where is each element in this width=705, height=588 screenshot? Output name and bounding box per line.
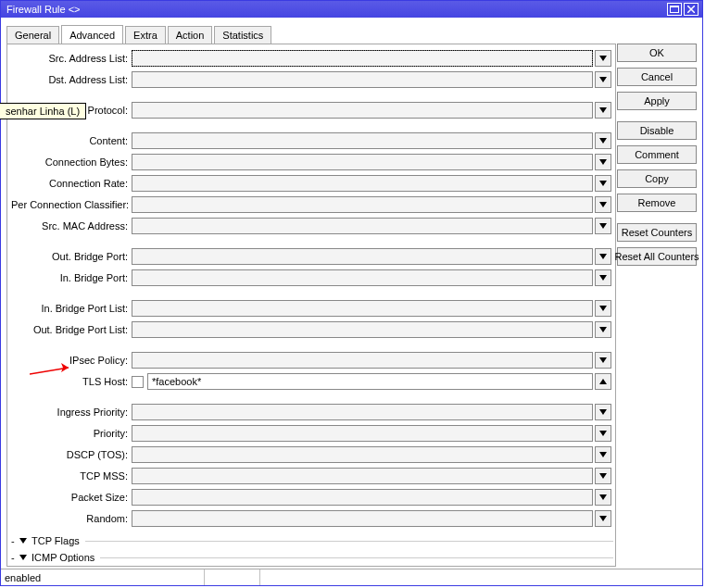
status-enabled: enabled [1,569,205,585]
input-out-bridge-port[interactable] [132,248,593,265]
tab-action[interactable]: Action [168,26,213,44]
disable-button[interactable]: Disable [617,121,697,140]
collapse-tls-host[interactable] [595,373,611,390]
label-in-bridge-port: In. Bridge Port: [11,272,132,283]
label-conn-bytes: Connection Bytes: [11,156,132,168]
label-content: Content: [11,135,132,146]
expand-in-bridge-port[interactable] [595,269,611,286]
svg-marker-12 [599,254,607,259]
input-dscp[interactable] [132,446,593,463]
label-out-bridge-port-list: Out. Bridge Port List: [11,324,132,335]
expand-conn-bytes[interactable] [595,154,611,170]
input-per-conn-class[interactable] [132,196,593,213]
expand-out-bridge-port-list[interactable] [595,321,611,338]
input-tls-host[interactable]: *facebook* [147,373,593,390]
expand-ipsec-policy[interactable] [595,352,611,369]
svg-marker-7 [599,138,607,144]
svg-marker-14 [599,306,607,311]
apply-button[interactable]: Apply [617,92,697,110]
window-title: Firewall Rule <> [5,4,665,15]
expander-tcp-flags[interactable]: - TCP Flags [11,532,613,549]
reset-counters-button[interactable]: Reset Counters [617,223,697,242]
input-tcp-mss[interactable] [132,468,593,484]
svg-marker-13 [599,275,607,281]
input-layer7[interactable] [132,102,593,119]
input-packet-size[interactable] [132,489,593,506]
svg-marker-8 [599,159,607,165]
tab-statistics[interactable]: Statistics [214,26,271,44]
tooltip: senhar Linha (L) [0,103,86,119]
expand-content[interactable] [595,132,611,149]
expander-icmp-options[interactable]: - ICMP Options [11,549,613,562]
status-cell-3 [260,569,702,585]
input-in-bridge-port[interactable] [132,269,593,286]
input-conn-bytes[interactable] [132,154,593,170]
expander-tcp-flags-label: TCP Flags [30,535,80,546]
input-ipsec-policy[interactable] [132,352,593,369]
tab-general[interactable]: General [6,26,59,44]
expand-src-mac[interactable] [595,218,611,234]
svg-marker-10 [599,202,607,207]
label-random: Random: [11,513,132,524]
expand-out-bridge-port[interactable] [595,248,611,265]
expand-per-conn-class[interactable] [595,196,611,213]
input-in-bridge-port-list[interactable] [132,300,593,317]
label-packet-size: Packet Size: [11,492,132,503]
expander-icmp-options-label: ICMP Options [30,552,94,562]
expand-packet-size[interactable] [595,489,611,506]
maximize-button[interactable] [667,3,682,16]
label-tls-host: TLS Host: [11,376,132,387]
label-tcp-mss: TCP MSS: [11,470,132,482]
remove-button[interactable]: Remove [617,194,697,212]
svg-marker-21 [599,473,607,479]
label-src-address-list: Src. Address List: [11,53,132,64]
status-bar: enabled [1,569,702,585]
tab-extra[interactable]: Extra [125,26,166,44]
label-src-mac: Src. MAC Address: [11,220,132,231]
svg-marker-23 [599,516,607,521]
tab-advanced[interactable]: Advanced [61,25,123,44]
expand-priority[interactable] [595,425,611,442]
svg-marker-4 [599,56,607,61]
input-out-bridge-port-list[interactable] [132,321,593,338]
input-ingress-priority[interactable] [132,404,593,420]
input-content[interactable] [132,132,593,149]
expand-in-bridge-port-list[interactable] [595,300,611,317]
label-dscp: DSCP (TOS): [11,449,132,460]
label-ipsec-policy: IPsec Policy: [11,355,132,366]
label-conn-rate: Connection Rate: [11,178,132,189]
svg-marker-22 [599,494,607,500]
svg-marker-25 [19,555,27,560]
expand-ingress-priority[interactable] [595,404,611,420]
close-button[interactable] [684,3,699,16]
expand-conn-rate[interactable] [595,175,611,192]
input-src-mac[interactable] [132,218,593,234]
copy-button[interactable]: Copy [617,169,697,188]
svg-marker-5 [599,77,607,82]
titlebar[interactable]: Firewall Rule <> [1,1,702,18]
input-conn-rate[interactable] [132,175,593,192]
label-ingress-priority: Ingress Priority: [11,407,132,418]
svg-marker-20 [599,452,607,457]
advanced-panel: Src. Address List: Dst. Address List: La… [6,44,616,567]
svg-marker-6 [599,107,607,113]
label-out-bridge-port: Out. Bridge Port: [11,251,132,262]
svg-marker-19 [599,431,607,436]
expand-layer7[interactable] [595,102,611,119]
input-priority[interactable] [132,425,593,442]
expand-src-address-list[interactable] [595,50,611,67]
input-src-address-list[interactable] [132,50,593,67]
input-random[interactable] [132,510,593,527]
panel-scroll[interactable]: Src. Address List: Dst. Address List: La… [11,48,613,562]
status-cell-2 [205,569,260,585]
expand-random[interactable] [595,510,611,527]
expand-tcp-mss[interactable] [595,468,611,484]
input-dst-address-list[interactable] [132,71,593,88]
comment-button[interactable]: Comment [617,145,697,164]
cancel-button[interactable]: Cancel [617,68,697,86]
checkbox-tls-host-negate[interactable] [132,376,144,388]
expand-dst-address-list[interactable] [595,71,611,88]
ok-button[interactable]: OK [617,44,697,62]
label-in-bridge-port-list: In. Bridge Port List: [11,303,132,314]
expand-dscp[interactable] [595,446,611,463]
